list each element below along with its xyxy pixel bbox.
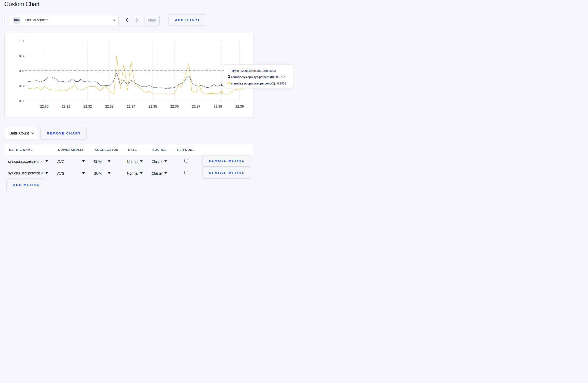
svg-text:22:36: 22:36: [170, 104, 179, 108]
svg-text:22:30: 22:30: [40, 104, 48, 108]
svg-text:1.0: 1.0: [19, 39, 23, 43]
svg-text:22:39: 22:39: [235, 104, 244, 108]
svg-text:22:37: 22:37: [192, 104, 200, 108]
svg-text:22:38: 22:38: [214, 104, 222, 108]
svg-text:22:34: 22:34: [127, 104, 135, 108]
svg-text:22:32: 22:32: [83, 104, 92, 108]
svg-text:0.8: 0.8: [19, 54, 23, 58]
svg-text:22:35: 22:35: [148, 104, 157, 108]
svg-text:0.3: 0.3: [19, 84, 23, 88]
svg-text:22:33: 22:33: [105, 104, 114, 108]
svg-text:0.0: 0.0: [19, 99, 23, 103]
svg-text:22:31: 22:31: [62, 104, 70, 108]
svg-text:0.5: 0.5: [19, 69, 23, 73]
